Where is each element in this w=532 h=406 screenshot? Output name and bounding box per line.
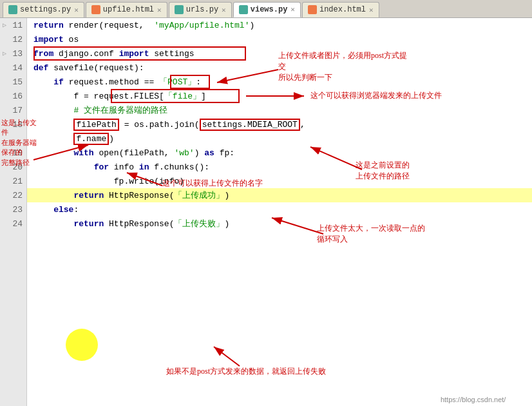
tab-label-upfile: upfile.html [103,5,154,14]
ann-forinfo-text: 上传文件太大，一次读取一点的循环写入 [317,224,425,244]
tab-label-views: views.py [251,5,288,14]
code-line-20: for info in f.chunks(): [27,160,532,174]
code-line-24: return HttpResponse(「上传失败」) [27,217,532,231]
code-line-11: return render(request, 'myApp/upfile.htm… [27,18,532,32]
tab-icon-urls [175,5,184,14]
code-line-23: else: [27,202,532,217]
tab-urls[interactable]: urls.py ✕ [169,2,232,17]
ann-mediaroot: 这是之前设置的上传文件的路径 [356,160,452,182]
line-21: 21 [0,174,26,188]
ann-failure: 如果不是post方式发来的数据，就返回上传失败 [156,366,336,377]
code-line-extra2 [27,245,532,259]
code-line-12: import os [27,32,532,46]
line-11: ▷11 [0,18,26,32]
tab-icon-settings [8,5,17,14]
line-22: 22 [0,188,26,202]
code-line-22: return HttpResponse(「上传成功」) [27,188,532,202]
line-15: 15 [0,75,26,89]
line-16: 16 [0,89,26,103]
ann-files: 这个可以获得浏览器端发来的上传文件 [310,90,452,101]
tab-views[interactable]: views.py ✕ [233,2,301,17]
yellow-highlight [66,329,98,361]
left-ann-text: 这是上传文件在服务器端保存的完整路径 [1,119,37,166]
line-23: 23 [0,202,26,217]
line-extra2 [0,245,26,259]
tab-upfile[interactable]: upfile.html ✕ [86,2,167,17]
ann-files-text: 这个可以获得浏览器端发来的上传文件 [310,91,442,100]
line-13: ▷13 [0,46,26,61]
tab-index[interactable]: index.html ✕ [302,2,379,17]
tab-bar: settings.py ✕ upfile.html ✕ urls.py ✕ vi… [0,0,532,18]
line-17: 17 [0,103,26,117]
line-numbers: ▷11 12 ▷13 14 15 16 17 18 19 20 21 22 23… [0,18,27,406]
ann-post-text: 上传文件或者图片，必须用post方式提交所以先判断一下 [278,51,407,82]
code-line-18b: f.name) [27,131,532,146]
close-settings[interactable]: ✕ [74,6,79,14]
ann-mediaroot-text: 这是之前设置的上传文件的路径 [356,160,410,180]
url-watermark: https://blog.csdn.net/ [441,396,526,403]
line-extra [0,231,26,245]
code-line-21: fp.write(info) [27,174,532,188]
tab-icon-views [239,5,248,14]
code-line-17: # 文件在服务器端的路径 [27,103,532,117]
line-12: 12 [0,32,26,46]
code-line-19: with open(filePath, 'wb') as fp: [27,146,532,160]
ann-failure-text: 如果不是post方式发来的数据，就返回上传失败 [166,367,326,376]
code-line-16: f = request.FILES[「file」] [27,89,532,103]
code-area[interactable]: return render(request, 'myApp/upfile.htm… [27,18,532,406]
code-line-extra [27,231,532,245]
tab-label-settings: settings.py [20,5,71,14]
ann-post: 上传文件或者图片，必须用post方式提交所以先判断一下 [278,50,407,82]
tab-label-index: index.html [319,5,366,14]
line-14: 14 [0,61,26,75]
close-index[interactable]: ✕ [369,6,374,14]
ann-fname-text: 这个可以获得上传文件的名字 [162,179,263,188]
tab-label-urls: urls.py [186,5,218,14]
code-line-18: filePath = os.path.join(settings.MDEIA_R… [27,117,532,131]
close-urls[interactable]: ✕ [222,6,226,14]
ann-forinfo: 上传文件太大，一次读取一点的循环写入 [317,223,446,245]
tab-icon-upfile [91,5,100,14]
tab-settings[interactable]: settings.py ✕ [3,2,84,17]
ann-fname: 这个可以获得上传文件的名字 [162,178,278,189]
line-24: 24 [0,217,26,231]
close-upfile[interactable]: ✕ [157,6,162,14]
close-views[interactable]: ✕ [290,5,295,14]
svg-line-8 [214,347,240,366]
editor-container: ▷11 12 ▷13 14 15 16 17 18 19 20 21 22 23… [0,18,532,406]
tab-icon-index [308,5,317,14]
left-annotation: 这是上传文件在服务器端保存的完整路径 [1,118,40,168]
